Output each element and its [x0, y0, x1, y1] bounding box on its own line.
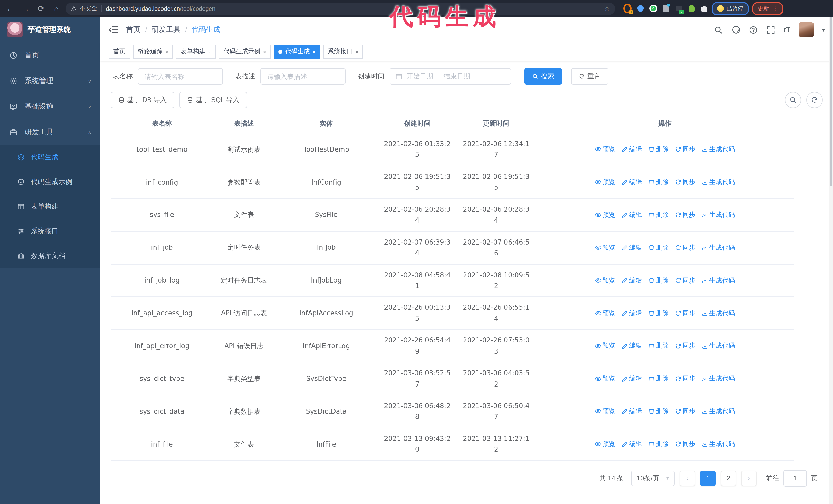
delete-link[interactable]: 删除 — [648, 275, 669, 286]
edit-link[interactable]: 编辑 — [622, 177, 642, 187]
edit-link[interactable]: 编辑 — [622, 275, 642, 286]
close-icon[interactable]: × — [165, 48, 168, 55]
delete-link[interactable]: 删除 — [648, 439, 669, 449]
date-start-placeholder[interactable]: 开始日期 — [406, 72, 433, 81]
sync-link[interactable]: 同步 — [675, 406, 695, 416]
goto-page-input[interactable] — [783, 470, 807, 486]
delete-link[interactable]: 删除 — [648, 308, 669, 318]
extension-icon-gem[interactable] — [636, 4, 644, 13]
delete-link[interactable]: 删除 — [648, 144, 669, 154]
browser-update-button[interactable]: 更新 ⋮ — [752, 2, 783, 15]
delete-link[interactable]: 删除 — [648, 210, 669, 220]
close-icon[interactable]: × — [355, 48, 359, 55]
close-icon[interactable]: × — [263, 48, 266, 55]
edit-link[interactable]: 编辑 — [622, 439, 642, 449]
tab-codegen[interactable]: 代码生成× — [274, 44, 320, 59]
search-button[interactable]: 搜索 — [524, 68, 562, 85]
generate-code-link[interactable]: 生成代码 — [701, 406, 735, 416]
preview-link[interactable]: 预览 — [595, 177, 615, 187]
sync-link[interactable]: 同步 — [675, 341, 695, 351]
sync-link[interactable]: 同步 — [675, 308, 695, 318]
page-scrollbar[interactable] — [829, 17, 833, 504]
preview-link[interactable]: 预览 — [595, 144, 615, 154]
preview-link[interactable]: 预览 — [595, 341, 615, 351]
preview-link[interactable]: 预览 — [595, 242, 615, 253]
extension-icon-green-bug[interactable] — [687, 4, 696, 13]
import-db-button[interactable]: 基于 DB 导入 — [111, 92, 174, 108]
page-button-2[interactable]: 2 — [721, 471, 736, 486]
sync-link[interactable]: 同步 — [675, 374, 695, 384]
edit-link[interactable]: 编辑 — [622, 242, 642, 253]
preview-link[interactable]: 预览 — [595, 439, 615, 449]
search-icon[interactable] — [714, 25, 723, 34]
refresh-table-button[interactable] — [806, 92, 823, 108]
reset-button[interactable]: 重置 — [571, 68, 609, 85]
sidebar-item-system[interactable]: 系统管理 ˅ — [0, 68, 100, 94]
extension-icon-columns[interactable] — [662, 4, 670, 13]
sidebar-item-devtools[interactable]: 研发工具 ˄ — [0, 119, 100, 145]
submenu-item-db-doc[interactable]: 数据库文档 — [0, 243, 100, 268]
preview-link[interactable]: 预览 — [595, 210, 615, 220]
tab-tracing[interactable]: 链路追踪× — [133, 44, 173, 59]
edit-link[interactable]: 编辑 — [622, 210, 642, 220]
generate-code-link[interactable]: 生成代码 — [701, 308, 735, 318]
edit-link[interactable]: 编辑 — [622, 406, 642, 416]
profile-paused-badge[interactable]: 已暂停 — [712, 2, 749, 15]
sync-link[interactable]: 同步 — [675, 210, 695, 220]
close-icon[interactable]: × — [208, 48, 211, 55]
sync-link[interactable]: 同步 — [675, 144, 695, 154]
sidebar-item-home[interactable]: 首页 — [0, 43, 100, 68]
delete-link[interactable]: 删除 — [648, 242, 669, 253]
user-menu-caret-icon[interactable]: ▾ — [822, 27, 825, 32]
security-warning[interactable]: 不安全 — [71, 5, 97, 12]
sync-link[interactable]: 同步 — [675, 177, 695, 187]
tab-system-api[interactable]: 系统接口× — [324, 44, 363, 59]
date-end-placeholder[interactable]: 结束日期 — [444, 72, 470, 81]
preview-link[interactable]: 预览 — [595, 406, 615, 416]
extension-icon-green-check[interactable]: ✓ — [649, 4, 657, 13]
help-icon[interactable] — [749, 25, 758, 34]
edit-link[interactable]: 编辑 — [622, 144, 642, 154]
page-button-1[interactable]: 1 — [700, 471, 716, 486]
generate-code-link[interactable]: 生成代码 — [701, 210, 735, 220]
browser-reload-icon[interactable]: ⟳ — [35, 2, 47, 15]
next-page-button[interactable]: › — [741, 471, 757, 486]
tab-form-builder[interactable]: 表单构建× — [176, 44, 216, 59]
browser-forward-icon[interactable]: → — [20, 2, 32, 15]
preview-link[interactable]: 预览 — [595, 374, 615, 384]
bookmark-star-icon[interactable]: ☆ — [604, 5, 610, 12]
submenu-item-codegen-demo[interactable]: 代码生成示例 — [0, 170, 100, 194]
extension-icon-orange[interactable]: 1 — [623, 4, 632, 13]
table-desc-input[interactable] — [260, 68, 346, 85]
submenu-item-system-api[interactable]: 系统接口 — [0, 219, 100, 243]
delete-link[interactable]: 删除 — [648, 406, 669, 416]
extension-icon-puzzle[interactable] — [700, 4, 709, 13]
generate-code-link[interactable]: 生成代码 — [701, 242, 735, 253]
app-logo-bar[interactable]: 芋道管理系统 — [0, 17, 100, 43]
breadcrumb-devtools[interactable]: 研发工具 — [152, 25, 181, 34]
sync-link[interactable]: 同步 — [675, 439, 695, 449]
page-size-select[interactable]: 10条/页 ▾ — [631, 471, 674, 486]
submenu-item-form-builder[interactable]: 表单构建 — [0, 194, 100, 219]
user-avatar[interactable] — [799, 22, 814, 38]
fullscreen-icon[interactable] — [766, 25, 776, 34]
close-icon[interactable]: × — [312, 48, 316, 55]
tab-home[interactable]: 首页 — [109, 44, 130, 59]
edit-link[interactable]: 编辑 — [622, 308, 642, 318]
browser-menu-icon[interactable]: ⋮ — [772, 6, 778, 11]
preview-link[interactable]: 预览 — [595, 308, 615, 318]
delete-link[interactable]: 删除 — [648, 341, 669, 351]
delete-link[interactable]: 删除 — [648, 177, 669, 187]
breadcrumb-home[interactable]: 首页 — [126, 25, 140, 34]
edit-link[interactable]: 编辑 — [622, 374, 642, 384]
preview-link[interactable]: 预览 — [595, 275, 615, 286]
collapse-sidebar-icon[interactable] — [109, 25, 119, 35]
github-icon[interactable] — [732, 25, 741, 34]
import-sql-button[interactable]: 基于 SQL 导入 — [180, 92, 247, 108]
generate-code-link[interactable]: 生成代码 — [701, 177, 735, 187]
toggle-search-button[interactable] — [785, 92, 801, 108]
address-bar[interactable]: 不安全 dashboard.yudao.iocoder.cn/tool/code… — [66, 2, 615, 15]
delete-link[interactable]: 删除 — [648, 374, 669, 384]
font-size-icon[interactable]: tT — [784, 26, 790, 34]
sync-link[interactable]: 同步 — [675, 242, 695, 253]
